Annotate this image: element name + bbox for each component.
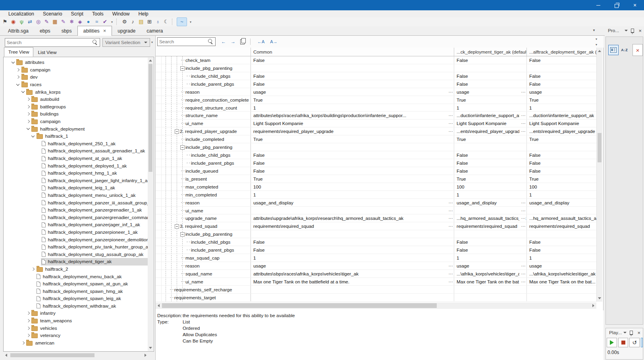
pencil-icon[interactable]: ✎ (59, 18, 67, 26)
value-cell[interactable]: 1 (527, 254, 596, 262)
menu-tools[interactable]: Tools (88, 11, 108, 17)
grid-row[interactable]: reasonusage…usage…usage (156, 88, 596, 96)
close-button[interactable]: × (626, 0, 644, 10)
toolbar-overflow-icon[interactable]: ▾ (188, 20, 193, 24)
value-cell[interactable]: False (527, 167, 596, 175)
value-cell[interactable]: False (454, 72, 527, 80)
value-cell[interactable]: requirements\required_squad (527, 222, 596, 230)
panel-overflow-icon[interactable]: ▾ (151, 40, 153, 44)
value-cell[interactable]: Light Support Kompanie… (454, 119, 527, 127)
wave-tool-icon[interactable]: ~ (177, 17, 187, 26)
reset-button[interactable]: ↺ (629, 338, 640, 347)
grid-row[interactable]: requirements_self_recharge (156, 286, 596, 294)
expand-icon[interactable] (25, 98, 31, 100)
value-cell[interactable] (251, 294, 454, 301)
value-cell[interactable]: True (251, 96, 454, 104)
menu-localization[interactable]: Localization (4, 11, 39, 17)
value-cell[interactable]: usage (527, 262, 596, 270)
value-cell[interactable] (527, 294, 596, 301)
grid-row[interactable]: include_parent_pbgsFalseFalseFalse (156, 246, 596, 254)
value-cell[interactable]: … (454, 207, 527, 214)
value-cell[interactable]: False (527, 159, 596, 167)
tree-item[interactable]: halftrack_deployment (4, 125, 148, 133)
value-cell[interactable]: False (527, 72, 596, 80)
collapse-icon[interactable] (10, 62, 15, 63)
grid-row[interactable]: include_queuedFalseFalseFalse (156, 167, 596, 175)
column-header-1[interactable]: ...ck_deployment_tiger_ak (default) (454, 48, 527, 56)
grid-row[interactable]: squad_nameattributes\sbps\races\afrika_k… (156, 270, 596, 278)
tab-list-view[interactable]: List View (33, 48, 61, 57)
scrollbar-thumb[interactable] (10, 353, 94, 357)
restore-button[interactable] (607, 0, 626, 10)
gear-icon[interactable]: ⚙ (120, 18, 129, 26)
tree-item[interactable]: halftrack_deployment_panzergrenadier_1_a… (4, 206, 148, 214)
value-cell[interactable]: False (251, 246, 454, 254)
variant-selection-dropdown[interactable]: Variant Selection (102, 38, 150, 47)
next-difference-button[interactable]: A→ (267, 39, 280, 44)
ellipsis-button[interactable]: … (519, 270, 526, 276)
value-cell[interactable]: Max one Tiger Tank on the battlefield at… (251, 278, 454, 285)
value-cell[interactable]: ...duction\infanterie_support_ak… (454, 112, 527, 119)
value-cell[interactable]: False (251, 72, 454, 80)
value-cell[interactable]: usage (527, 88, 596, 96)
value-cell[interactable]: usage… (251, 262, 454, 270)
ellipsis-button[interactable]: … (519, 278, 526, 284)
tree-item[interactable]: campaign (4, 118, 148, 125)
scroll-left-icon[interactable] (5, 354, 7, 357)
value-cell[interactable] (527, 207, 596, 214)
waves-icon[interactable]: ≈ (93, 18, 101, 26)
value-cell[interactable]: True (527, 135, 596, 143)
tree-search-input[interactable] (5, 40, 93, 45)
grid-row[interactable]: require_construction_completeTrueTrueTru… (156, 96, 596, 104)
tab-abilities[interactable]: abilities× (77, 26, 112, 36)
value-cell[interactable]: False (527, 151, 596, 159)
flag-icon[interactable]: ⚑ (1, 18, 9, 26)
color-wheel-icon[interactable]: ◉ (9, 18, 17, 26)
stop-button[interactable] (618, 338, 629, 347)
ellipsis-button[interactable]: … (519, 119, 526, 126)
resize-icon[interactable]: ⊞ (145, 18, 154, 26)
grid-row[interactable]: include_parent_pbgsFalseFalseFalse (156, 80, 596, 88)
value-cell[interactable]: ...hq_armored_assault_tactics_ak (527, 214, 596, 222)
expand-icon[interactable] (25, 312, 31, 314)
value-cell[interactable] (454, 230, 527, 238)
value-cell[interactable]: Max one Tiger Tank on the bat...… (454, 278, 527, 285)
collapse-icon[interactable] (31, 136, 36, 137)
tree-item[interactable]: halftrack_deployment_panzerjager_inf_1_a… (4, 221, 148, 229)
tree-item[interactable]: halftrack_deployment_deployed_1_ak (4, 162, 148, 169)
menu-scenario[interactable]: Scenario (39, 11, 67, 17)
grid-row[interactable]: include_completedTrueTrueTrue (156, 135, 596, 143)
value-cell[interactable]: … (251, 207, 454, 214)
scroll-down-icon[interactable] (149, 347, 152, 349)
property-name-cell[interactable] (162, 119, 251, 127)
value-cell[interactable]: 1 (251, 104, 454, 112)
tab-list-dropdown-icon[interactable]: ▼ (592, 29, 596, 32)
value-cell[interactable]: Light Support Kompanie (527, 119, 596, 127)
value-cell[interactable] (527, 143, 596, 151)
tree-item[interactable]: halftrack_deployment_assault_grenadier_1… (4, 147, 148, 155)
grid-vertical-scrollbar[interactable] (596, 48, 602, 302)
grid-row[interactable]: include_pbg_parenting (156, 143, 596, 151)
ellipsis-button[interactable]: … (447, 262, 453, 268)
ellipsis-button[interactable]: … (447, 127, 453, 134)
grid-row[interactable]: 2. required_player_upgraderequirements\r… (156, 127, 596, 135)
value-cell[interactable]: usage… (454, 88, 527, 96)
grid-row[interactable]: check_teamFalseFalseFalse (156, 56, 596, 64)
value-cell[interactable]: 1 (527, 191, 596, 198)
collapse-toggle-icon[interactable] (180, 232, 185, 237)
value-cell[interactable]: Max one Tiger Tank on the bat... (527, 278, 596, 285)
ellipsis-button[interactable]: … (447, 207, 453, 213)
water-drop-icon[interactable]: ● (84, 18, 93, 26)
grid-row[interactable]: include_pbg_parenting (156, 230, 596, 238)
column-header-0[interactable]: Common (251, 48, 454, 56)
scrollbar-thumb[interactable] (148, 64, 152, 172)
tree-horizontal-scrollbar[interactable] (3, 352, 148, 358)
property-name-cell[interactable] (162, 278, 251, 285)
moon-icon[interactable]: ☾ (162, 18, 170, 26)
menu-help[interactable]: Help (134, 11, 152, 17)
tree-item[interactable]: halftrack_deployment_jaeger_light_infant… (4, 177, 148, 185)
tab-ebps[interactable]: ebps (34, 27, 56, 35)
snowflake-icon[interactable]: ❄ (67, 18, 76, 26)
tree-item[interactable]: attributes (4, 59, 148, 66)
ellipsis-button[interactable]: … (447, 270, 453, 276)
